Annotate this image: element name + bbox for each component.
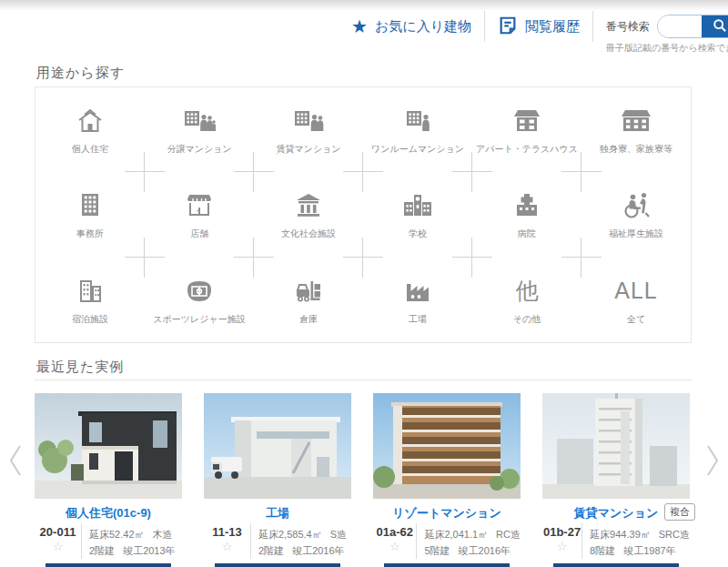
composite-badge: 複合 (664, 503, 695, 521)
sports-leisure-icon (182, 274, 217, 307)
case-floors: 5階建 (424, 545, 450, 556)
case-year: 竣工2016年 (459, 545, 511, 556)
case-floors: 2階建 (258, 545, 284, 556)
case-area: 延床2,585.4㎡ (258, 529, 322, 540)
recent-section-title: 最近見た実例 (36, 359, 124, 376)
recent-card: 賃貸マンション 複合 01b-27 ☆ 延床944.39㎡SRC造 8階建竣工1… (542, 393, 690, 567)
purpose-item-one-room[interactable]: ワンルームマンション (363, 87, 472, 172)
magnifier-icon (713, 18, 727, 35)
detail-button-bar[interactable] (215, 563, 340, 567)
carousel-next-button[interactable] (703, 444, 723, 481)
rental-mansion-icon (292, 104, 325, 137)
purpose-item-lodging[interactable]: 宿泊施設 (35, 258, 145, 342)
history-label: 閲覧履歴 (525, 18, 580, 35)
purpose-item-rental-mansion[interactable]: 賃貸マンション (254, 87, 363, 172)
recent-card: 個人住宅(01c-9) 20-011 ☆ 延床52.42㎡木造 2階建竣工201… (35, 393, 182, 567)
case-structure: S造 (330, 529, 347, 540)
case-id: 11-13 (212, 525, 242, 539)
recent-card: 工場 11-13 ☆ 延床2,585.4㎡S造 2階建竣工2016年 (204, 393, 351, 567)
purpose-item-condo[interactable]: 分譲マンション (145, 87, 254, 172)
condo-family-icon (183, 104, 216, 137)
favorite-star-button[interactable]: ☆ (222, 540, 233, 553)
number-search-label: 番号検索 (606, 19, 650, 35)
purpose-item-office[interactable]: 事務所 (35, 172, 145, 257)
recent-card: リゾートマンション 01a-62 ☆ 延床2,041.1㎡RC造 5階建竣工20… (373, 393, 521, 567)
favorite-star-button[interactable]: ☆ (389, 540, 400, 553)
case-id: 01b-27 (543, 525, 581, 539)
case-floors: 8階建 (590, 545, 615, 556)
purpose-item-hospital[interactable]: 病院 (472, 172, 581, 257)
hospital-icon (511, 188, 543, 221)
purpose-item-personal-house[interactable]: 個人住宅 (35, 87, 145, 172)
purpose-item-school[interactable]: 学校 (363, 172, 472, 257)
detail-button-bar[interactable] (553, 563, 679, 567)
case-photo[interactable] (373, 393, 521, 499)
case-title-link[interactable]: 工場 (266, 506, 289, 520)
header-divider (484, 11, 485, 42)
case-area: 延床944.39㎡ (590, 529, 651, 540)
purpose-item-welfare[interactable]: 福祉厚生施設 (581, 172, 691, 257)
purpose-item-warehouse[interactable]: 倉庫 (254, 258, 363, 342)
case-year: 竣工2016年 (292, 545, 344, 556)
case-structure: RC造 (496, 529, 521, 540)
number-search: 番号検索 冊子版記載の番号から検索できます (606, 15, 728, 38)
document-icon (498, 15, 518, 38)
search-button[interactable] (702, 15, 728, 37)
case-area: 延床2,041.1㎡ (424, 529, 488, 540)
recent-rule (35, 380, 692, 380)
favorite-star-button[interactable]: ☆ (557, 540, 568, 553)
welfare-icon (620, 188, 652, 221)
purpose-item-dormitory[interactable]: 独身寮、家族寮等 (581, 87, 691, 172)
search-note: 冊子版記載の番号から検索できます (606, 42, 728, 55)
purpose-item-all[interactable]: ALL 全て (581, 258, 691, 342)
header-bar: ★ お気に入り建物 閲覧履歴 番号検索 (351, 11, 728, 42)
case-photo[interactable] (542, 393, 690, 499)
case-title-link[interactable]: 賃貸マンション (574, 506, 659, 520)
history-link[interactable]: 閲覧履歴 (498, 15, 580, 38)
apartment-terrace-icon (511, 104, 543, 137)
school-icon (401, 188, 434, 221)
one-room-mansion-icon (401, 104, 434, 137)
case-photo[interactable] (204, 393, 351, 499)
case-title-link[interactable]: リゾートマンション (392, 506, 500, 520)
case-area: 延床52.42㎡ (89, 529, 145, 540)
purpose-item-cultural[interactable]: 文化社会施設 (254, 172, 363, 257)
detail-button-bar[interactable] (384, 563, 510, 567)
case-floors: 2階建 (89, 545, 115, 556)
office-icon (74, 188, 106, 221)
shop-icon (183, 188, 216, 221)
case-year: 竣工1987年 (623, 545, 675, 556)
case-structure: SRC造 (659, 529, 690, 540)
chevron-left-icon (7, 443, 24, 481)
favorites-label: お気に入り建物 (375, 18, 471, 35)
search-pill (657, 15, 728, 38)
purpose-item-shop[interactable]: 店舗 (145, 172, 254, 257)
carousel-prev-button[interactable] (5, 444, 25, 481)
favorites-link[interactable]: ★ お気に入り建物 (351, 17, 471, 35)
case-id: 20-011 (40, 525, 76, 539)
top-shadow (0, 0, 728, 11)
favorite-star-button[interactable]: ☆ (53, 540, 64, 553)
all-text-icon: ALL (614, 274, 657, 307)
case-year: 竣工2013年 (123, 545, 175, 556)
case-photo[interactable] (35, 393, 182, 499)
case-id: 01a-62 (376, 525, 412, 539)
purpose-item-other[interactable]: 他 その他 (472, 258, 581, 342)
case-structure: 木造 (153, 529, 173, 540)
number-search-input[interactable] (658, 15, 702, 37)
purpose-section-title: 用途から探す (36, 65, 125, 82)
other-text-icon: 他 (516, 274, 539, 307)
dormitory-icon (619, 104, 653, 137)
purpose-item-apartment-terrace[interactable]: アパート・テラスハウス (472, 87, 581, 172)
purpose-item-sports-leisure[interactable]: スポーツレジャー施設 (145, 258, 254, 342)
header-divider (592, 11, 593, 42)
purpose-grid: 個人住宅 分譲マンション (35, 86, 692, 343)
factory-icon (401, 274, 434, 307)
star-icon: ★ (351, 17, 368, 35)
purpose-item-factory[interactable]: 工場 (363, 258, 472, 342)
warehouse-icon (292, 274, 325, 307)
museum-icon (292, 188, 325, 221)
chevron-right-icon (704, 443, 721, 481)
case-title-link[interactable]: 個人住宅(01c-9) (66, 506, 151, 520)
detail-button-bar[interactable] (46, 563, 171, 567)
